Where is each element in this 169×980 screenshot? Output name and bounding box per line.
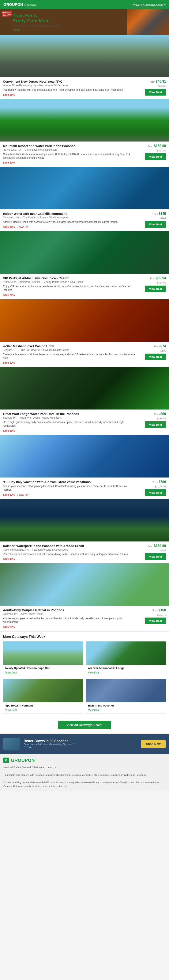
deal-price-from-label: From	[155, 413, 161, 415]
ad-subtitle: Brow Liner with Custom Microblading Pigm…	[24, 743, 138, 746]
view-all-deals-nav[interactable]: View All Getaways Deals ▾	[133, 3, 166, 6]
deal-card: Indoor Waterpark near Catskills Mountain…	[0, 167, 169, 231]
deal-body: 4-Star Mashantucket Casino Hotel Ledyard…	[0, 342, 169, 367]
deal-body: ✈ 8-Day Italy Vacation with Air from Gre…	[0, 477, 169, 499]
deal-tags: Save 40%	[3, 161, 136, 164]
deal-price-original: $267.00	[157, 149, 166, 152]
more-card-image	[86, 641, 166, 665]
footer-help-label: Need help? Have feedback? Feel free to c…	[3, 766, 57, 768]
view-all-deals-button[interactable]: View All Getaways Deals!	[58, 721, 111, 729]
deal-body: Convenient New Jersey Hotel near NYC Way…	[0, 77, 169, 99]
deal-info: Great Wolf Lodge Water Park Hotel in the…	[3, 412, 136, 433]
view-deal-button[interactable]: View Deal	[145, 89, 166, 95]
deal-info: Indoor Waterpark near Catskills Mountain…	[3, 212, 136, 229]
view-deal-button[interactable]: View Deal	[145, 489, 166, 496]
footer-logo-text: GROUPON	[11, 757, 35, 763]
more-card-image	[3, 641, 83, 665]
more-card-view-deal-link[interactable]: View Deal	[5, 709, 17, 711]
view-deal-button[interactable]: View Deal	[145, 221, 166, 228]
deal-price-original: $234.99	[157, 417, 166, 420]
deal-save-badge: Save 38%	[3, 94, 14, 96]
deal-description: Camelback Resort—home of Aquatopia voted…	[3, 153, 136, 160]
deal-description: Spend your vacation relaxing along the A…	[3, 485, 136, 492]
deal-tags: Save 76%	[3, 294, 136, 297]
deal-price-original: $299	[160, 549, 166, 552]
deal-card: ✈ 8-Day Italy Vacation with Air from Gre…	[0, 435, 169, 499]
deal-card: Adults-Only Couples Retreat in Poconos L…	[0, 563, 169, 631]
more-section-title: More Getaways This Week	[3, 635, 166, 639]
footer: g GROUPON Need help? Have feedback? Feel…	[0, 754, 169, 791]
view-all-deals-label: View All Getaways Deals	[133, 3, 163, 6]
chevron-down-icon: ▾	[164, 3, 166, 6]
deal-price-from: From $99	[155, 412, 166, 416]
deal-price-from-label: From	[153, 213, 159, 215]
more-card-view-deal-link[interactable]: View Deal	[88, 671, 100, 674]
deal-description: Recently opened waterpark resort with on…	[3, 552, 136, 556]
deal-price-current: $799	[158, 480, 166, 484]
banner-shop-link[interactable]: › Shop	[13, 28, 20, 31]
deal-name: 4-Star Mashantucket Casino Hotel	[3, 344, 136, 348]
ad-image	[3, 738, 20, 750]
more-card-name: Newly Updated Hotel on Cape Cod	[5, 667, 81, 670]
footer-logo: g GROUPON	[3, 757, 166, 763]
deal-image	[0, 563, 169, 606]
deal-body: Kalahari Waterpark in the Poconos with A…	[0, 541, 169, 563]
deal-name: Great Wolf Lodge Water Park Hotel in the…	[3, 412, 136, 416]
more-card-name: B&B in the Poconos	[88, 704, 164, 707]
deal-tags: Save 32% 2 days left	[3, 493, 136, 496]
view-deal-button[interactable]: View Deal	[145, 617, 166, 624]
deal-price-from-label: From	[153, 481, 159, 484]
deal-days-left: 2 days left	[17, 493, 28, 496]
deal-save-badge: Save 76%	[3, 294, 14, 297]
deal-price-from-label: From	[155, 345, 161, 348]
deal-info: VIP Perks at All-Inclusive Dominican Res…	[3, 276, 136, 297]
view-deal-button[interactable]: View Deal	[145, 553, 166, 560]
more-card-body: Spa Hotel in Vermont View Deal	[3, 702, 83, 713]
view-deal-button[interactable]: View Deal	[145, 353, 166, 360]
deal-price-original: $141.70	[157, 613, 166, 616]
more-card-view-deal-link[interactable]: View Deal	[5, 671, 17, 674]
banner-image	[127, 10, 169, 35]
logo-text: GROUPON	[3, 3, 23, 7]
deal-location: Pocono Mountains, PA — Kalahari Resorts …	[3, 548, 136, 551]
shop-now-button[interactable]: Shop Now	[141, 740, 166, 748]
view-deal-button[interactable]: View Deal	[145, 286, 166, 292]
deal-price-from: From $45.91	[150, 80, 166, 83]
deal-price-current: $100	[158, 608, 166, 612]
banner-subtitle: Give Her the Gift of New Travel Memories	[13, 24, 124, 27]
more-getaways-section: More Getaways This Week Newly Updated Ho…	[0, 631, 169, 717]
more-card-image	[86, 679, 166, 702]
deal-price-original: $109	[160, 349, 166, 352]
deal-name: ✈ 8-Day Italy Vacation with Air from Gre…	[3, 480, 136, 484]
deal-location: Punta Cana, Dominican Republic — Zoëtry …	[3, 280, 136, 283]
view-deal-button[interactable]: View Deal	[145, 153, 166, 160]
deal-info: Kalahari Waterpark in the Poconos with A…	[3, 544, 136, 561]
deal-tags: Save 34% 2 days left	[3, 226, 136, 229]
more-card-view-deal-link[interactable]: View Deal	[88, 709, 100, 711]
deal-pricing: From $74 $109 View Deal	[139, 344, 166, 360]
deal-price-from-label: From	[148, 145, 154, 148]
footer-unsubscribe-text: You are receiving this email because lbl…	[3, 781, 166, 788]
banner-title: Trips For A Pretty Cool Mom	[13, 13, 124, 23]
footer-body-text: To promote your property with Groupon Ge…	[3, 773, 166, 777]
deal-card: Kalahari Waterpark in the Poconos with A…	[0, 499, 169, 563]
deal-price-from-label: From	[150, 277, 156, 280]
ad-brand: thrive	[24, 746, 138, 749]
deal-price-from-label: From	[150, 81, 156, 83]
deal-tags: Save 56%	[3, 430, 136, 433]
deal-description: A family-friendly resort with access to …	[3, 220, 136, 224]
deal-save-badge: Save 32%	[3, 493, 14, 496]
deals-list: Convenient New Jersey Hotel near NYC Way…	[0, 35, 169, 631]
more-card-name: Spa Hotel in Vermont	[5, 704, 81, 707]
deal-location: Tannersville, PA — Camelback Mountain Re…	[3, 148, 136, 151]
deal-price-from: From $159.99	[148, 144, 166, 148]
deal-pricing: From $99.94 $424.00 View Deal	[139, 276, 166, 292]
more-card-body: Newly Updated Hotel on Cape Cod View Dea…	[3, 665, 83, 676]
deal-image	[0, 435, 169, 477]
deal-price-from: From $74	[155, 344, 166, 348]
deal-price-from: From $169.99	[148, 544, 166, 548]
view-deal-button[interactable]: View Deal	[145, 422, 166, 428]
deal-save-badge: Save 32%	[3, 361, 14, 364]
deal-body: Adults-Only Couples Retreat in Poconos L…	[0, 606, 169, 631]
deal-image	[0, 99, 169, 142]
